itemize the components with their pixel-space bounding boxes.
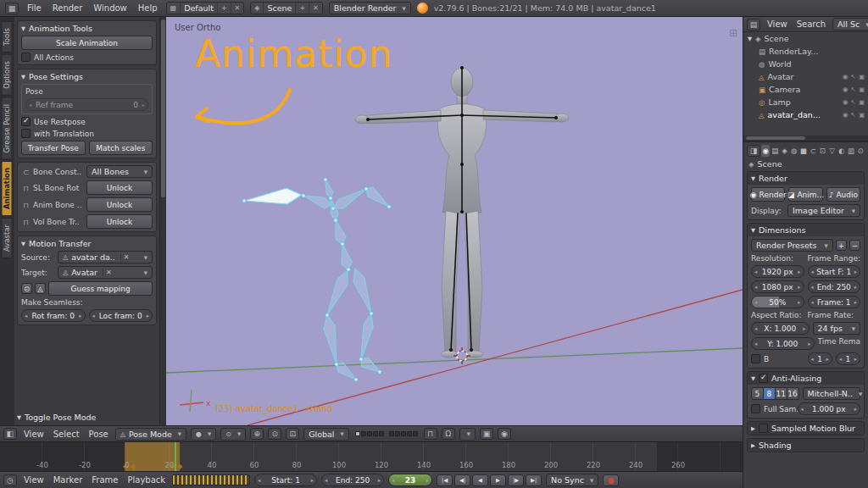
selectable-icon[interactable]: ↖ [851,86,856,93]
selected-bone[interactable] [244,188,302,204]
render-icon[interactable]: ▣ [859,73,865,80]
transfer-pose-button[interactable]: Transfer Pose [21,141,86,155]
eye-icon[interactable]: ◉ [843,111,849,119]
menu-window[interactable]: Window [91,3,129,14]
orientation-dropdown[interactable]: Global [303,428,349,441]
layer-dot[interactable] [407,431,412,436]
jump-to-start-button[interactable]: |◀ [437,474,453,486]
outliner-row-renderlayers[interactable]: ▤ RenderLay... [743,45,868,58]
snap-element-dropdown[interactable] [459,428,476,441]
editor-type-3dview-button[interactable]: ◧ [3,428,17,440]
viewport-shading-dropdown[interactable]: ● [191,428,216,441]
aspect-x-field[interactable]: X: 1.000 [751,322,810,335]
tab-world[interactable]: ◍ [790,145,798,157]
menu-file[interactable]: File [25,3,44,14]
tab-physics[interactable]: ⊙ [856,145,865,157]
tab-grease-pencil[interactable]: Grease Pencil [2,97,13,160]
viewport-3d[interactable]: User Ortho Animation (23) avatar_dance1 … [166,17,743,425]
menu-render[interactable]: Render [50,3,86,14]
play-reverse-button[interactable]: ◀ [472,474,488,486]
use-restpose-checkbox[interactable] [21,117,31,126]
current-frame-field[interactable]: 23 [388,474,432,486]
layer-dot[interactable] [389,431,394,436]
menu-marker[interactable]: Marker [51,474,86,485]
display-dropdown[interactable]: Image Editor [787,204,860,217]
target-dropdown[interactable]: ◬ Avatar ✕ [58,266,153,279]
resolution-percentage-slider[interactable]: 50% [751,296,804,308]
selectable-icon[interactable]: ↖ [851,73,856,80]
menu-view[interactable]: View [765,19,790,30]
aa-samples-11-button[interactable]: 11 [776,387,787,400]
mapping-mode-button[interactable]: ⊙ [21,283,32,294]
menu-help[interactable]: Help [136,3,160,14]
opengl-render-anim-button[interactable]: ◉ [498,428,511,440]
next-keyframe-button[interactable]: |▶ [508,474,524,486]
editor-type-timeline-button[interactable]: ◷ [3,474,17,486]
layout-name[interactable]: Default [180,3,217,14]
remap-new-field[interactable]: 1 [836,352,860,365]
sync-dropdown[interactable]: No Sync [546,474,598,486]
opengl-render-still-button[interactable]: ▣ [480,428,493,440]
outliner-row-scene[interactable]: ▼ ◈ Scene [743,32,868,45]
aa-samples-16-button[interactable]: 16 [787,387,799,400]
motion-blur-checkbox[interactable] [759,424,768,433]
source-dropdown[interactable]: ◬ avatar da.. ✕ [58,251,153,263]
snap-magnet-button[interactable]: Ω [442,428,455,440]
menu-select[interactable]: Select [51,429,82,440]
viewport-canvas[interactable] [166,17,743,425]
manipulator-translate-button[interactable]: ⊕ [250,428,264,440]
render-audio-button[interactable]: ♪ Audio [826,187,860,202]
selectable-icon[interactable]: ↖ [851,111,856,119]
layer-dot[interactable] [413,431,418,436]
outliner-row-camera[interactable]: ▣ Camera ◉↖▣ [743,83,868,96]
panel-header-dimensions[interactable]: ▼ Dimensions [748,224,864,236]
panel-header-toggle-pose-mode[interactable]: ▼ Toggle Pose Mode [17,413,157,422]
tool-shelf-scrollbar[interactable] [160,17,166,425]
selectable-icon[interactable]: ↖ [851,98,856,106]
row-restriction-icons[interactable]: ◉↖▣ [843,111,868,119]
frame-step-field[interactable]: Frame: 1 [808,296,861,308]
layer-dot[interactable] [401,431,406,436]
menu-frame[interactable]: Frame [89,474,120,485]
remove-preset-button[interactable]: − [849,240,860,251]
panel-header-shading[interactable]: ▶ Shading [748,439,864,452]
render-icon[interactable]: ▣ [859,86,865,93]
guess-mapping-button[interactable]: Guess mapping [48,281,153,296]
render-icon[interactable]: ▣ [859,111,865,119]
full-sample-checkbox[interactable] [751,404,760,413]
layer-dot[interactable] [367,431,372,436]
bone-constraints-dropdown[interactable]: All Bones [86,165,153,178]
add-preset-button[interactable]: + [836,240,847,251]
record-button[interactable]: ● [603,474,619,486]
tab-texture[interactable]: ▥ [847,145,855,157]
delete-scene-button[interactable]: ✕ [309,3,322,14]
editor-type-properties-button[interactable]: ◨ [747,145,760,157]
tab-modifiers[interactable]: ⊡ [818,145,826,157]
render-presets-dropdown[interactable]: Render Presets [751,239,833,252]
menu-pose[interactable]: Pose [86,429,111,440]
loc-frames-field[interactable]: Loc fram: 0 [89,309,153,322]
manipulator-rotate-button[interactable]: ⊙ [268,428,281,440]
play-button[interactable]: ▶ [490,474,506,486]
skeleton-rig[interactable] [242,178,392,382]
border-checkbox[interactable] [751,354,760,363]
unlink-target-button[interactable]: ✕ [103,269,112,276]
aa-samples-5-button[interactable]: 5 [751,387,764,400]
end-frame-field[interactable]: End: 250 [321,474,384,486]
keyframe-marker-icon[interactable]: ◆ [131,463,136,470]
eye-icon[interactable]: ◉ [843,98,849,106]
armature-bones[interactable] [366,66,558,352]
outliner-row-avatar[interactable]: ◬ Avatar ◉↖▣ [743,70,868,83]
fps-dropdown[interactable]: 24 fps [813,322,861,335]
render-animation-button[interactable]: ◪ Anim... [788,187,822,202]
scene-selector[interactable]: ◈ Scene + ✕ [250,2,323,14]
layer-dot[interactable] [355,431,360,436]
row-restriction-icons[interactable]: ◉↖▣ [843,86,868,93]
resolution-x-field[interactable]: 1920 px [751,265,804,278]
filter-size-field[interactable]: 1.000 px [798,402,861,415]
panel-header-pose-settings[interactable]: ▼ Pose Settings [21,72,153,81]
eye-icon[interactable]: ◉ [843,86,849,93]
mode-dropdown[interactable]: ◬ Pose Mode [115,428,186,441]
add-scene-button[interactable]: + [295,3,309,14]
editor-type-info-icon[interactable]: ▦ [5,3,19,14]
